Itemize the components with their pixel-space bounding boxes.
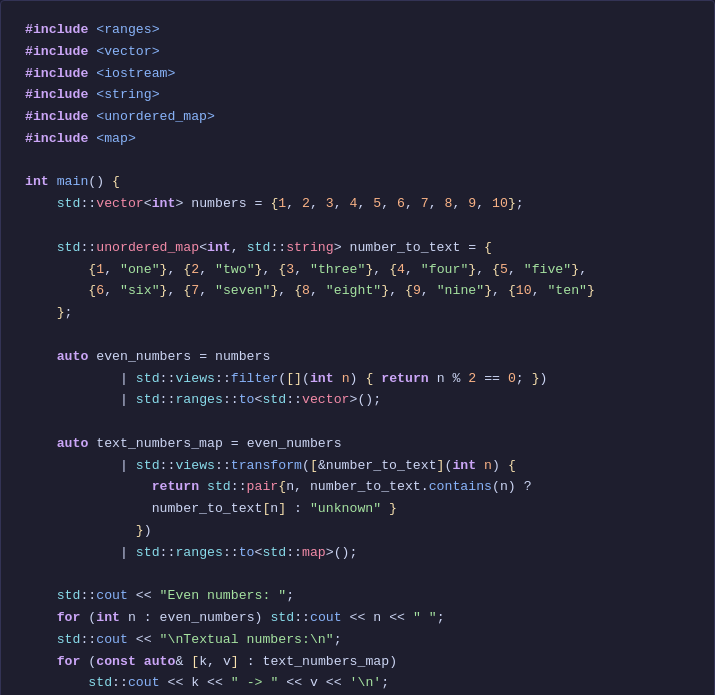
code-line-16: auto even_numbers = numbers: [25, 346, 690, 368]
code-line-29: std::cout << "\nTextual numbers:\n";: [25, 629, 690, 651]
code-line-10: [25, 215, 690, 237]
code-line-24: }): [25, 520, 690, 542]
code-line-13: {6, "six"}, {7, "seven"}, {8, "eight"}, …: [25, 280, 690, 302]
code-line-9: std::vector<int> numbers = {1, 2, 3, 4, …: [25, 193, 690, 215]
code-line-4: #include <string>: [25, 84, 690, 106]
code-editor: #include <ranges> #include <vector> #inc…: [0, 0, 715, 695]
code-line-21: | std::views::transform([&number_to_text…: [25, 455, 690, 477]
code-line-15: [25, 324, 690, 346]
code-line-3: #include <iostream>: [25, 63, 690, 85]
code-line-11: std::unordered_map<int, std::string> num…: [25, 237, 690, 259]
code-line-8: int main() {: [25, 171, 690, 193]
code-line-18: | std::ranges::to<std::vector>();: [25, 389, 690, 411]
code-line-12: {1, "one"}, {2, "two"}, {3, "three"}, {4…: [25, 259, 690, 281]
code-line-5: #include <unordered_map>: [25, 106, 690, 128]
code-line-22: return std::pair{n, number_to_text.conta…: [25, 476, 690, 498]
code-line-30: for (const auto& [k, v] : text_numbers_m…: [25, 651, 690, 673]
code-line-6: #include <map>: [25, 128, 690, 150]
code-line-7: [25, 150, 690, 172]
code-line-26: [25, 564, 690, 586]
code-line-2: #include <vector>: [25, 41, 690, 63]
code-line-20: auto text_numbers_map = even_numbers: [25, 433, 690, 455]
code-line-17: | std::views::filter([](int n) { return …: [25, 368, 690, 390]
code-line-19: [25, 411, 690, 433]
code-line-23: number_to_text[n] : "unknown" }: [25, 498, 690, 520]
code-line-14: };: [25, 302, 690, 324]
code-line-25: | std::ranges::to<std::map>();: [25, 542, 690, 564]
code-line-31: std::cout << k << " -> " << v << '\n';: [25, 672, 690, 694]
code-line-27: std::cout << "Even numbers: ";: [25, 585, 690, 607]
code-line-28: for (int n : even_numbers) std::cout << …: [25, 607, 690, 629]
code-line-1: #include <ranges>: [25, 19, 690, 41]
